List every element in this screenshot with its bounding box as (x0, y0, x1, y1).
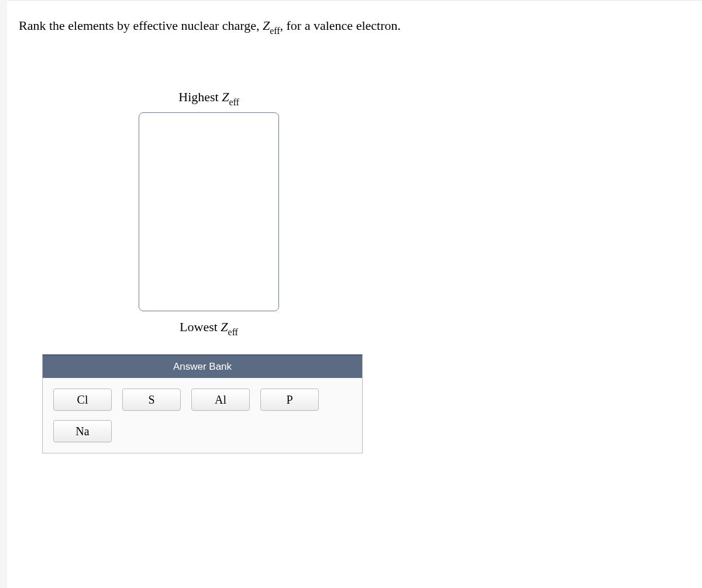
answer-bank-header: Answer Bank (43, 355, 362, 378)
ranking-top-symbol-sub: eff (229, 97, 239, 107)
ranking-drop-zone[interactable] (139, 112, 279, 311)
ranking-bottom-symbol-sub: eff (228, 327, 238, 337)
ranking-top-label: Highest Zeff (178, 90, 239, 106)
ranking-bottom-symbol-main: Z (221, 319, 228, 334)
zeff-symbol-sub: eff (270, 26, 280, 36)
ranking-top-symbol-main: Z (222, 90, 229, 104)
question-prefix: Rank the elements by effective nuclear c… (19, 18, 263, 33)
ranking-bottom-prefix: Lowest (180, 319, 221, 334)
answer-bank: Answer Bank Cl S Al P Na (42, 354, 363, 453)
question-page: Rank the elements by effective nuclear c… (7, 0, 702, 588)
answer-bank-tiles: Cl S Al P Na (43, 378, 362, 453)
element-tile[interactable]: P (260, 388, 319, 411)
ranking-bottom-label: Lowest Zeff (180, 319, 238, 336)
element-tile[interactable]: S (122, 388, 181, 411)
element-tile[interactable]: Cl (53, 388, 112, 411)
element-tile[interactable]: Na (53, 420, 112, 442)
zeff-symbol-main: Z (263, 18, 270, 33)
question-text: Rank the elements by effective nuclear c… (19, 17, 690, 37)
ranking-area: Highest Zeff Lowest Zeff (136, 90, 282, 337)
element-tile[interactable]: Al (191, 388, 250, 411)
ranking-top-prefix: Highest (178, 90, 222, 104)
question-suffix: , for a valence electron. (280, 18, 401, 33)
